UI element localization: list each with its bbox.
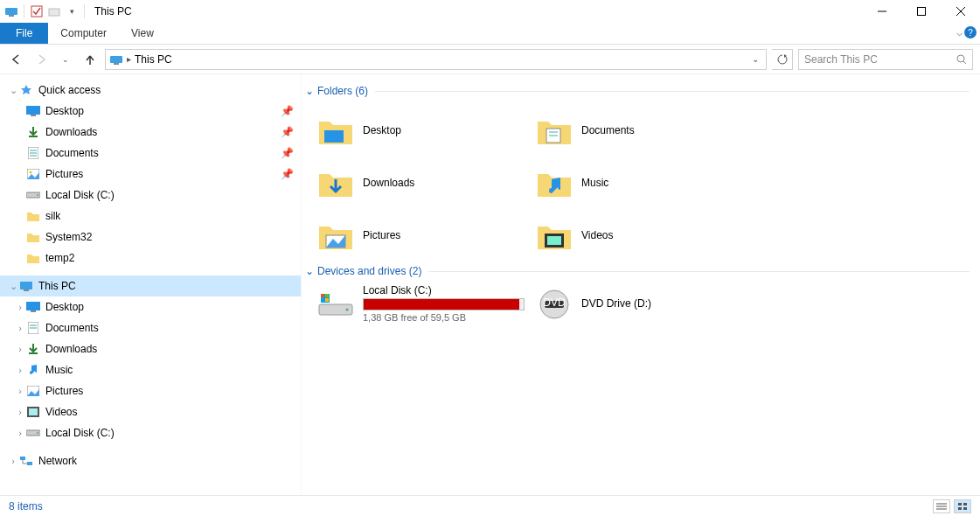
folder-tile-downloads[interactable]: Downloads	[317, 157, 536, 209]
sidebar-item-pictures[interactable]: Pictures 📌	[0, 164, 301, 185]
pin-icon: 📌	[281, 168, 294, 180]
folder-tile-desktop[interactable]: Desktop	[317, 104, 536, 157]
tab-file[interactable]: File	[0, 23, 48, 44]
sidebar-item-documents[interactable]: Documents 📌	[0, 143, 301, 164]
sidebar-item-label: Pictures	[45, 168, 83, 180]
capacity-bar	[363, 298, 525, 310]
back-button[interactable]	[7, 50, 26, 69]
expand-icon[interactable]: ›	[14, 386, 26, 396]
pictures-icon	[26, 167, 40, 181]
pin-icon: 📌	[281, 105, 294, 117]
svg-rect-36	[20, 457, 25, 460]
videos-icon	[26, 405, 40, 419]
sidebar-this-pc[interactable]: ⌄ This PC	[0, 275, 301, 296]
drive-label: Local Disk (C:)	[363, 284, 525, 296]
tile-label: Documents	[581, 124, 635, 136]
folder-tile-videos[interactable]: Videos	[536, 209, 754, 261]
expand-icon[interactable]: ›	[14, 344, 26, 354]
properties-qat-icon[interactable]	[29, 3, 45, 19]
svg-rect-3	[49, 9, 59, 16]
sidebar-item-label: Videos	[45, 406, 77, 418]
expand-icon[interactable]: ›	[14, 407, 26, 417]
sidebar-item-documents-pc[interactable]: › Documents	[0, 317, 301, 338]
sidebar-item-label: Local Disk (C:)	[45, 427, 115, 439]
sidebar-item-local-disk-pc[interactable]: › Local Disk (C:)	[0, 422, 301, 443]
pictures-folder-icon	[317, 217, 354, 254]
address-dropdown-icon[interactable]: ⌄	[748, 54, 762, 64]
drive-tile-dvd[interactable]: DVD DVD Drive (D:)	[536, 284, 754, 323]
navigation-bar: ⌄ ▸ This PC ⌄ Search This PC	[0, 45, 980, 74]
help-icon[interactable]: ?	[964, 26, 977, 38]
expand-icon[interactable]: ›	[14, 302, 26, 312]
up-button[interactable]	[80, 50, 100, 69]
folder-tile-documents[interactable]: Documents	[536, 104, 754, 157]
folders-group-header[interactable]: ⌄ Folders (6)	[305, 85, 970, 97]
sidebar-item-system32[interactable]: System32	[0, 227, 301, 248]
expand-icon[interactable]: ⌄	[7, 281, 19, 292]
sidebar-item-downloads-pc[interactable]: › Downloads	[0, 338, 301, 359]
expand-icon[interactable]: ›	[14, 323, 26, 333]
svg-rect-13	[31, 115, 36, 116]
minimize-button[interactable]	[862, 0, 901, 23]
sidebar-item-pictures-pc[interactable]: › Pictures	[0, 380, 301, 401]
sidebar-item-label: Downloads	[45, 343, 97, 355]
sidebar-item-local-disk[interactable]: Local Disk (C:)	[0, 185, 301, 206]
sidebar-item-desktop-pc[interactable]: › Desktop	[0, 296, 301, 317]
drive-label: DVD Drive (D:)	[581, 297, 651, 310]
expand-icon[interactable]: ›	[14, 365, 26, 375]
tile-label: Videos	[581, 229, 613, 241]
folder-icon	[26, 209, 40, 223]
quick-access-label: Quick access	[38, 84, 101, 96]
search-box[interactable]: Search This PC	[798, 49, 973, 70]
this-pc-breadcrumb-icon	[109, 53, 123, 66]
sidebar-quick-access[interactable]: ⌄ Quick access	[0, 80, 301, 101]
details-view-button[interactable]	[933, 499, 950, 513]
expand-icon[interactable]: ›	[7, 456, 19, 466]
qat-divider-2	[84, 4, 85, 18]
folder-tile-pictures[interactable]: Pictures	[317, 209, 536, 261]
svg-rect-2	[31, 6, 42, 17]
window-title: This PC	[94, 5, 132, 17]
close-button[interactable]	[941, 0, 980, 23]
breadcrumb-location[interactable]: This PC	[135, 53, 172, 66]
recent-locations-button[interactable]: ⌄	[56, 50, 75, 69]
sidebar-item-desktop[interactable]: Desktop 📌	[0, 101, 301, 122]
large-icons-view-button[interactable]	[954, 499, 971, 513]
folder-tile-music[interactable]: Music	[536, 157, 754, 209]
svg-rect-62	[963, 507, 967, 510]
refresh-button[interactable]	[772, 49, 793, 70]
sidebar-item-silk[interactable]: silk	[0, 206, 301, 227]
tab-view[interactable]: View	[119, 23, 166, 44]
maximize-button[interactable]	[901, 0, 941, 23]
search-icon	[956, 54, 967, 65]
documents-icon	[26, 321, 40, 335]
search-placeholder: Search This PC	[804, 53, 878, 66]
expand-icon[interactable]: ⌄	[7, 85, 19, 96]
drive-tile-local-disk[interactable]: Local Disk (C:) 1,38 GB free of 59,5 GB	[317, 284, 536, 323]
qat-dropdown-icon[interactable]: ▾	[64, 3, 80, 19]
music-icon	[26, 363, 40, 377]
tab-computer[interactable]: Computer	[48, 23, 119, 44]
svg-rect-23	[20, 282, 32, 289]
this-pc-label: This PC	[38, 280, 76, 292]
ribbon-collapse-icon[interactable]: ⌵	[956, 26, 963, 38]
forward-button[interactable]	[31, 50, 51, 69]
dvd-drive-icon: DVD	[536, 286, 573, 323]
sidebar-item-music-pc[interactable]: › Music	[0, 359, 301, 380]
pin-icon: 📌	[281, 147, 294, 159]
sidebar-item-label: System32	[45, 231, 92, 243]
downloads-icon	[26, 342, 40, 356]
sidebar-network[interactable]: › Network	[0, 450, 301, 471]
svg-rect-26	[31, 310, 36, 312]
sidebar-item-videos-pc[interactable]: › Videos	[0, 401, 301, 422]
drives-group-header[interactable]: ⌄ Devices and drives (2)	[305, 265, 970, 277]
app-icon	[3, 3, 19, 19]
address-bar[interactable]: ▸ This PC ⌄	[105, 49, 767, 70]
svg-rect-44	[547, 236, 561, 245]
sidebar-item-downloads[interactable]: Downloads 📌	[0, 122, 301, 143]
new-folder-qat-icon[interactable]	[46, 3, 62, 19]
downloads-folder-icon	[317, 164, 354, 201]
sidebar-item-temp2[interactable]: temp2	[0, 248, 301, 268]
breadcrumb-chevron-icon[interactable]: ▸	[127, 54, 131, 64]
expand-icon[interactable]: ›	[14, 428, 26, 438]
